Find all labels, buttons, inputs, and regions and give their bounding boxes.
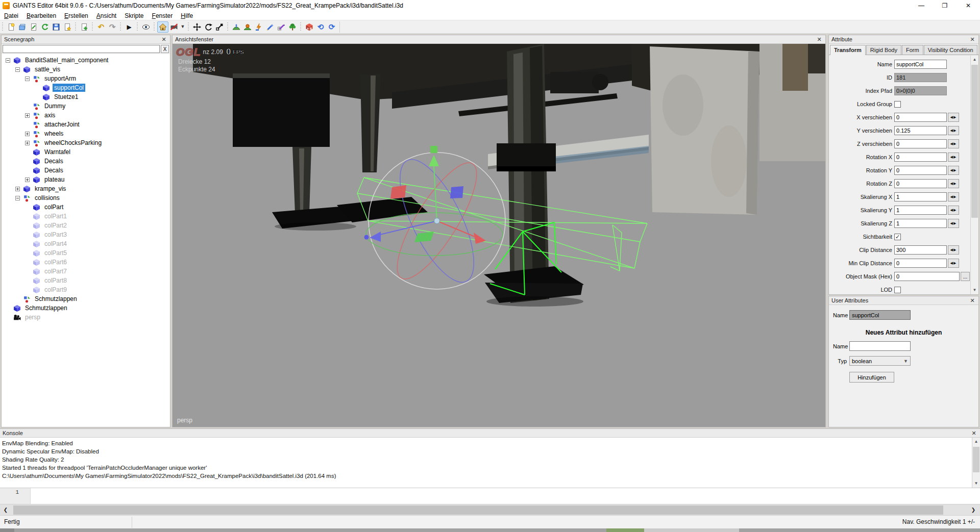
tree-item-colPart[interactable]: colPart <box>2 202 170 212</box>
field-value[interactable]: 1 <box>894 192 947 201</box>
field-value[interactable]: 1 <box>894 219 947 228</box>
spinner-icon[interactable]: ◀▶ <box>948 206 959 215</box>
tab-rigid-body[interactable]: Rigid Body <box>866 45 901 55</box>
spinner-icon[interactable]: ◀▶ <box>948 126 959 135</box>
field-checkbox[interactable] <box>894 287 901 293</box>
visibility-eye-icon[interactable] <box>140 21 152 33</box>
field-value[interactable]: 0 <box>894 179 947 188</box>
tree-item-BanditSattel_main_component[interactable]: BanditSattel_main_component <box>2 56 170 65</box>
field-value[interactable]: 300 <box>894 245 947 255</box>
viewport-3d-canvas[interactable]: OGL nz 2.09 0 FPS Dreiecke 12 Eckpunkte … <box>173 44 825 427</box>
camera-home-icon[interactable] <box>157 21 168 33</box>
undo-icon[interactable]: ↶ <box>95 21 107 33</box>
menu-item-datei[interactable]: Datei <box>0 11 22 20</box>
camera-disabled-icon[interactable] <box>168 21 180 33</box>
scroll-up-icon[interactable]: ▲ <box>972 438 980 446</box>
terrain-paint-tool-icon[interactable] <box>242 21 253 33</box>
text-object-tool-icon[interactable]: AB <box>304 21 315 33</box>
console-scrollbar[interactable]: ▲ ▼ <box>972 438 980 488</box>
menu-item-ansicht[interactable]: Ansicht <box>92 11 120 20</box>
field-value[interactable]: 0.125 <box>894 126 947 135</box>
script-text-area[interactable] <box>31 488 980 504</box>
tree-item-supportCol[interactable]: supportCol <box>2 83 170 92</box>
spinner-icon[interactable]: ◀▶ <box>948 166 959 175</box>
import-file-icon[interactable] <box>79 21 90 33</box>
open-file-icon[interactable] <box>17 21 28 33</box>
spinner-icon[interactable]: ◀▶ <box>948 153 959 162</box>
replace-orientation-tool-icon[interactable]: ⟲ <box>315 21 326 33</box>
tree-item-colPart7[interactable]: colPart7 <box>2 267 170 276</box>
tree-collapse-icon[interactable] <box>15 67 20 72</box>
terrain-info-tool-icon[interactable] <box>276 21 287 33</box>
attributes-scrollbar[interactable]: ▲ ▼ <box>970 56 978 294</box>
close-button[interactable]: ✕ <box>957 0 980 11</box>
tree-expand-icon[interactable] <box>25 113 30 118</box>
spinner-icon[interactable]: ◀▶ <box>948 179 959 188</box>
tree-item-attacherJoint[interactable]: attacherJoint <box>2 120 170 129</box>
tree-item-Stuetze1[interactable]: Stuetze1 <box>2 92 170 102</box>
tree-item-sattle_vis[interactable]: sattle_vis <box>2 65 170 74</box>
tree-item-colPart3[interactable]: colPart3 <box>2 230 170 239</box>
tree-collapse-icon[interactable] <box>25 77 30 81</box>
field-value[interactable]: 0 <box>894 166 947 175</box>
close-icon[interactable]: ✕ <box>816 36 823 43</box>
tree-collapse-icon[interactable] <box>6 58 10 63</box>
export-file-icon[interactable] <box>62 21 73 33</box>
play-icon[interactable]: ▶ <box>124 21 135 33</box>
scale-tool-icon[interactable] <box>214 21 225 33</box>
menu-item-erstellen[interactable]: Erstellen <box>60 11 92 20</box>
spinner-icon[interactable]: ◀▶ <box>948 192 959 201</box>
tree-item-Schmutzlappen[interactable]: Schmutzlappen <box>2 294 170 303</box>
spinner-icon[interactable]: ◀▶ <box>948 113 959 122</box>
field-checkbox[interactable]: ✓ <box>894 234 901 240</box>
rotate-tool-icon[interactable] <box>203 21 214 33</box>
close-icon[interactable]: ✕ <box>969 36 976 43</box>
menu-item-skripte[interactable]: Skripte <box>120 11 148 20</box>
field-value[interactable]: 0 <box>894 113 947 122</box>
tree-expand-icon[interactable] <box>15 187 20 191</box>
field-value[interactable]: 0 <box>894 153 947 162</box>
horizontal-scroll-thumb[interactable] <box>13 505 943 515</box>
tree-item-axis[interactable]: axis <box>2 111 170 120</box>
edit-file-icon[interactable] <box>28 21 39 33</box>
scroll-up-icon[interactable]: ▲ <box>971 56 978 64</box>
close-icon[interactable]: ✕ <box>160 36 167 43</box>
field-checkbox[interactable] <box>894 101 901 108</box>
tree-item-Decals[interactable]: Decals <box>2 166 170 175</box>
scenegraph-filter-input[interactable] <box>3 45 160 53</box>
spinner-icon[interactable]: ◀▶ <box>948 219 959 228</box>
translate-tool-icon[interactable] <box>191 21 203 33</box>
scroll-left-icon[interactable]: ❮ <box>1 505 10 515</box>
tree-item-Warntafel[interactable]: Warntafel <box>2 147 170 157</box>
ua-type-select[interactable]: boolean ▼ <box>849 356 911 366</box>
tree-collapse-icon[interactable] <box>15 196 20 200</box>
rotate-object-tool-icon[interactable]: ⟳ <box>326 21 337 33</box>
terrain-detail-tool-icon[interactable] <box>253 21 264 33</box>
tab-transform[interactable]: Transform <box>830 45 866 55</box>
terrain-foliage-tool-icon[interactable] <box>264 21 276 33</box>
tree-item-Schmutzlappen[interactable]: Schmutzlappen <box>2 303 170 313</box>
tree-item-plateau[interactable]: plateau <box>2 175 170 184</box>
tree-item-colPart4[interactable]: colPart4 <box>2 239 170 248</box>
close-icon[interactable]: ✕ <box>970 430 977 437</box>
field-value[interactable]: 1 <box>894 206 947 215</box>
tab-visibility-condition[interactable]: Visibility Condition <box>924 45 977 55</box>
tree-expand-icon[interactable] <box>25 141 30 145</box>
tree-item-collisions[interactable]: collisions <box>2 193 170 202</box>
scenegraph-filter-clear-button[interactable]: X <box>161 45 169 53</box>
scroll-right-icon[interactable]: ❯ <box>969 505 978 515</box>
horizontal-scrollbar[interactable]: ❮ ❯ <box>0 504 980 515</box>
terrain-sculpt-tool-icon[interactable] <box>231 21 242 33</box>
script-editor[interactable]: 1 <box>0 488 980 504</box>
tree-item-colPart2[interactable]: colPart2 <box>2 221 170 230</box>
scroll-down-icon[interactable]: ▼ <box>972 479 980 488</box>
tree-item-colPart8[interactable]: colPart8 <box>2 276 170 285</box>
minimize-button[interactable]: — <box>910 0 933 11</box>
spinner-icon[interactable]: ◀▶ <box>948 259 959 268</box>
more-options-button[interactable]: ... <box>961 272 970 281</box>
tree-item-Dummy[interactable]: Dummy <box>2 102 170 111</box>
tree-expand-icon[interactable] <box>25 178 30 182</box>
restore-button[interactable]: ❐ <box>933 0 957 11</box>
tree-item-supportArm[interactable]: supportArm <box>2 74 170 83</box>
tree-item-colPart5[interactable]: colPart5 <box>2 248 170 258</box>
